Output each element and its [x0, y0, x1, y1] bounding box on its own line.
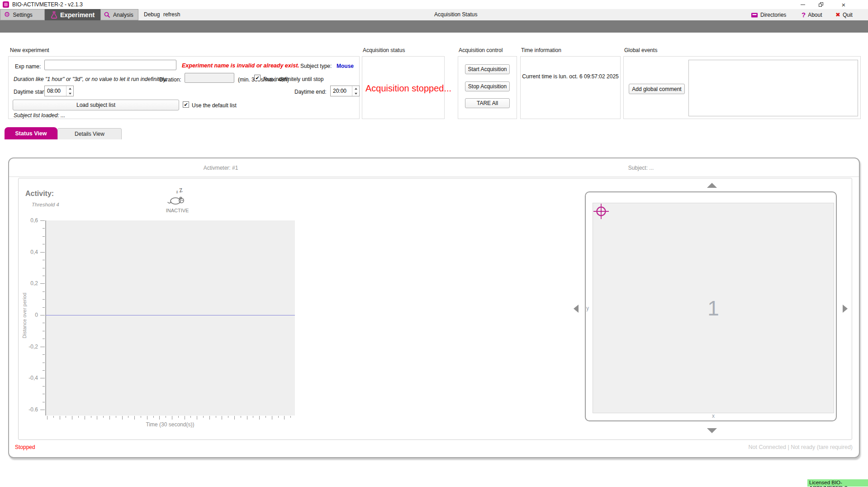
- subject-type-label: Subject type:: [300, 63, 332, 69]
- daytime-start-up-icon[interactable]: [66, 86, 73, 91]
- not-ready-text: Not ready (tare required): [791, 444, 853, 450]
- close-icon: ×: [842, 1, 846, 9]
- subject-list-loaded-text: Subject list loaded: ...: [14, 112, 65, 119]
- tab-details-view[interactable]: Details View: [57, 128, 122, 139]
- run-indefinitely-label: Run indefinitely until stop: [263, 76, 323, 82]
- time-information-groupbox: [520, 56, 621, 119]
- daytime-start-value: 08:00: [45, 86, 66, 96]
- toolbar-about-label: About: [808, 12, 822, 18]
- toolbar-quit[interactable]: ✖ Quit: [835, 9, 853, 20]
- tab-experiment-label: Experiment: [60, 11, 95, 19]
- load-subject-list-button[interactable]: Load subject list: [13, 100, 179, 110]
- daytime-start-down-icon[interactable]: [66, 91, 73, 96]
- y-tick-label: 0: [16, 312, 38, 318]
- daytime-end-down-icon[interactable]: [352, 91, 359, 96]
- scroll-up-button[interactable]: [707, 183, 717, 188]
- duration-input[interactable]: [185, 73, 234, 83]
- minimize-button[interactable]: [794, 0, 812, 9]
- exp-name-error: Experiment name is invalid or already ex…: [182, 62, 299, 69]
- window-title: BIO-ACTIVMETER-2 - v2.1.3: [12, 1, 83, 8]
- board-divider: [9, 177, 859, 177]
- scroll-down-button[interactable]: [707, 428, 717, 433]
- tab-settings-label: Settings: [13, 12, 32, 18]
- y-tick-label: 0,4: [16, 249, 38, 255]
- stop-acquisition-button[interactable]: Stop Acquisition: [465, 81, 510, 91]
- crosshair-target-icon: [593, 203, 609, 220]
- sleeping-mouse-icon: z Z: [166, 187, 187, 206]
- status-separator: |: [787, 444, 789, 450]
- tare-all-button[interactable]: TARE All: [465, 98, 510, 108]
- add-global-comment-button[interactable]: Add global comment: [629, 84, 685, 94]
- daytime-end-spinner[interactable]: 20:00: [330, 86, 360, 96]
- tab-status-view[interactable]: Status View: [5, 127, 57, 139]
- scroll-right-button[interactable]: [843, 305, 848, 313]
- exp-name-label: Exp name:: [15, 63, 41, 70]
- toolbar-band: [0, 20, 868, 33]
- new-experiment-title: New experiment: [10, 47, 49, 53]
- time-information-title: Time information: [521, 47, 561, 53]
- acquisition-status-title: Acquisition status: [363, 47, 405, 53]
- cell-number: 1: [593, 296, 834, 320]
- activmeter-label: Activmeter: #1: [175, 165, 266, 171]
- maximize-button[interactable]: [812, 0, 830, 9]
- tab-analysis[interactable]: Analysis: [100, 9, 138, 20]
- svg-text:Z: Z: [179, 187, 183, 194]
- use-default-list-checkbox[interactable]: [183, 101, 189, 108]
- chart-x-axis-label: Time (30 second(s)): [45, 421, 295, 428]
- toolbar-directories-label: Directories: [760, 12, 786, 18]
- subject-type-value: Mouse: [337, 63, 354, 69]
- subject-label: Subject: ...: [596, 165, 686, 171]
- daytime-start-label: Daytime start:: [14, 89, 47, 95]
- acquisition-stopped-message: Acquisition stopped...: [365, 83, 451, 94]
- quit-x-icon: ✖: [835, 11, 840, 18]
- svg-text:z: z: [175, 189, 179, 194]
- app-icon: [3, 1, 9, 8]
- toolbar-directories[interactable]: Directories: [751, 9, 786, 20]
- tab-analysis-label: Analysis: [113, 12, 133, 18]
- tab-settings[interactable]: ⚙ Settings: [0, 9, 45, 20]
- magnifier-icon: [104, 12, 110, 18]
- use-default-list-label: Use the default list: [192, 102, 237, 109]
- y-tick-label: 0,6: [16, 217, 38, 224]
- acquisition-control-title: Acquisition control: [459, 47, 503, 53]
- daytime-end-label: Daytime end:: [294, 89, 327, 95]
- daytime-start-spinner[interactable]: 08:00: [44, 86, 74, 96]
- y-tick-label: -0.6: [16, 406, 38, 413]
- license-badge: Licensed BIO-ACTIVMETER-2: [807, 479, 868, 487]
- y-tick-label: 0,2: [16, 280, 38, 286]
- toolbar-quit-label: Quit: [843, 12, 853, 18]
- position-y-axis-letter: y: [586, 305, 589, 311]
- daytime-end-value: 20:00: [331, 86, 352, 96]
- toolbar-about[interactable]: ? About: [802, 9, 822, 20]
- connection-status-text: Not Connected | Not ready (tare required…: [633, 444, 853, 450]
- position-x-axis-letter: x: [593, 413, 834, 419]
- not-connected-text: Not Connected: [749, 444, 786, 450]
- menu-item-debug[interactable]: Debug: [144, 9, 160, 20]
- current-time-text: Current time is lun. oct. 6 09:57:02 202…: [521, 73, 620, 80]
- global-events-list[interactable]: [688, 60, 858, 116]
- title-bar: BIO-ACTIVMETER-2 - v2.1.3 ×: [0, 0, 868, 9]
- flask-icon: [51, 11, 57, 19]
- menu-item-refresh[interactable]: refresh: [163, 9, 180, 20]
- exp-name-input[interactable]: [44, 60, 176, 70]
- tab-experiment[interactable]: Experiment: [45, 9, 100, 20]
- scroll-left-button[interactable]: [574, 305, 579, 313]
- chart-x-ticks: [45, 416, 295, 420]
- chart-y-ticks: [39, 220, 45, 410]
- global-events-title: Global events: [624, 47, 657, 53]
- activity-title: Activity:: [25, 190, 54, 198]
- close-button[interactable]: ×: [835, 0, 853, 9]
- daytime-end-up-icon[interactable]: [352, 86, 359, 91]
- duration-label: Duration:: [159, 76, 181, 83]
- start-acquisition-button[interactable]: Start Acquisition: [465, 64, 510, 74]
- chart-series-line: [46, 315, 295, 315]
- restore-icon: [819, 2, 824, 7]
- duration-hint: Duration like "1 hour" or "3d", or no va…: [14, 76, 167, 82]
- gear-icon: ⚙: [4, 11, 10, 18]
- y-tick-label: -0,4: [16, 375, 38, 381]
- inactive-label: INACTIVE: [162, 208, 193, 213]
- menu-bar: ⚙ Settings Experiment Analysis Debug ref…: [0, 9, 868, 20]
- y-tick-label: -0,2: [16, 344, 38, 350]
- run-indefinitely-checkbox[interactable]: [254, 75, 261, 81]
- chart-plot-area: [45, 220, 295, 415]
